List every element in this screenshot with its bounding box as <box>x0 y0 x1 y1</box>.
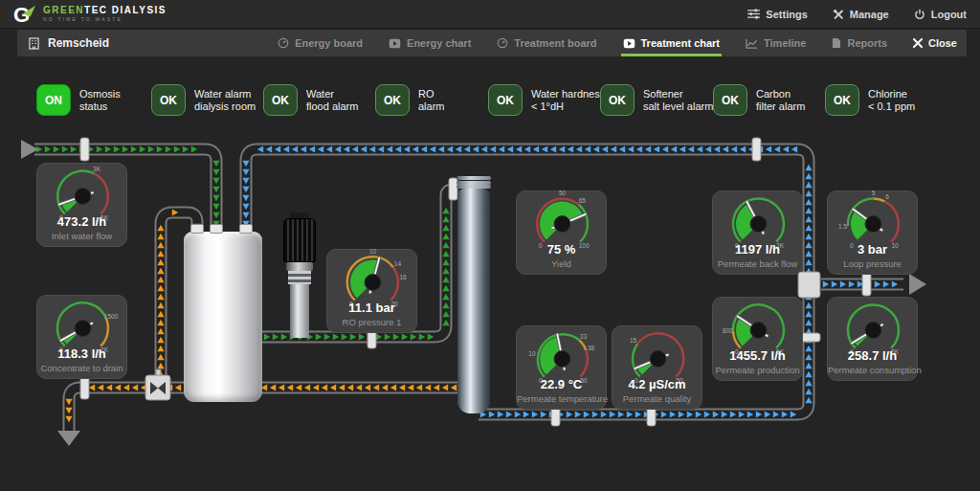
break-tank <box>184 232 262 402</box>
settings-button[interactable]: Settings <box>747 9 807 20</box>
status-badge[interactable]: OK <box>713 84 747 116</box>
gauge-label: Permeate back flow <box>713 258 802 269</box>
tank-port-drain <box>190 224 204 234</box>
status-badge[interactable]: ON <box>36 84 71 116</box>
tank-port-return <box>239 224 253 234</box>
svg-text:50: 50 <box>559 190 567 196</box>
building-icon <box>29 37 39 50</box>
status-badge[interactable]: OK <box>488 84 523 116</box>
gauge-value: 4.2 µS/cm <box>612 377 702 391</box>
tab-reports[interactable]: Reports <box>832 30 887 56</box>
location: Remscheid <box>29 36 109 50</box>
tab-energy-chart[interactable]: Energy chart <box>389 30 471 56</box>
svg-text:1.5: 1.5 <box>838 223 847 230</box>
gauge-value: 258.7 l/h <box>828 348 917 363</box>
top-actions: Settings Manage Logout <box>747 9 967 20</box>
gauge-dial: 01.55610 <box>828 193 919 247</box>
gauge-dial: 03K <box>713 193 804 247</box>
tab-treatment-chart[interactable]: Treatment chart <box>623 30 721 56</box>
status-badge[interactable]: OK <box>825 84 859 116</box>
status-chlorine: OK Chlorine< 0.1 ppm <box>825 84 915 116</box>
gauge-dial: 08005K <box>713 300 804 353</box>
play-chart-icon <box>389 38 401 49</box>
svg-text:10: 10 <box>369 248 377 255</box>
status-water-alarm-dialysis: OK Water alarmdialysis room <box>151 84 256 116</box>
status-osmosis: ON Osmosisstatus <box>36 84 121 116</box>
svg-text:5: 5 <box>872 190 876 196</box>
gauge-label: Yield <box>517 258 606 269</box>
gauge-label: RO pressure 1 <box>327 317 416 327</box>
gauge-label: Inlet water flow <box>37 231 126 241</box>
svg-text:10: 10 <box>528 350 536 357</box>
status-ro-alarm: OK ROalarm <box>375 84 445 116</box>
pump-coupling <box>288 271 311 284</box>
brand-logo: G GREENTEC DIALYSIS NO TIME TO WASTE <box>13 3 167 26</box>
brand-name: GREENTEC DIALYSIS <box>43 6 167 15</box>
gauge-permeate-quality: 01550 4.2 µS/cm Permeate quality <box>612 325 702 410</box>
status-softener-salt: OK Softenersalt level alarm <box>600 84 713 116</box>
gauge-permeate-back-flow: 03K 1197 l/h Permeate back flow <box>712 190 803 275</box>
sub-bar: Remscheid Energy board Energy chart Trea… <box>17 30 967 56</box>
gauge-value: 118.3 l/h <box>37 346 126 361</box>
svg-text:6: 6 <box>885 193 889 200</box>
gauge-value: 1197 l/h <box>713 242 802 257</box>
status-water-hardness: OK Water hardness< 1°dH <box>488 84 605 116</box>
tab-timeline[interactable]: Timeline <box>746 30 806 56</box>
gauge-permeate-production: 08005K 1455.7 l/h Permeate production <box>712 297 803 381</box>
svg-text:3K: 3K <box>93 166 101 172</box>
logout-button[interactable]: Logout <box>914 9 967 20</box>
gauge-dial: 03K5K <box>37 166 128 219</box>
svg-text:1500: 1500 <box>104 313 119 320</box>
gauge-concentrate-to-drain: 015002K 118.3 l/h Concentrate to drain <box>36 295 127 379</box>
gauge-dial: 05K <box>828 300 919 353</box>
gauge-inlet-water-flow: 03K5K 473.2 l/h Inlet water flow <box>36 163 127 247</box>
status-badge[interactable]: OK <box>600 84 635 116</box>
ro-membrane-vessel <box>457 189 490 413</box>
gauge-value: 22.9 °C <box>517 377 606 391</box>
status-carbon-filter: OK Carbonfilter alarm <box>713 84 805 116</box>
logo-g-icon: G <box>13 3 36 26</box>
pump-flange <box>286 262 313 271</box>
tank-port-inlet <box>210 224 223 234</box>
tab-bar: Energy board Energy chart Treatment boar… <box>278 30 957 56</box>
tab-energy-board[interactable]: Energy board <box>278 30 363 56</box>
close-icon <box>913 38 923 48</box>
gauge-dial: 05065100 <box>517 193 608 247</box>
gauge-value: 1455.7 l/h <box>713 348 802 363</box>
gauge-value: 473.2 l/h <box>37 214 126 229</box>
ro-vessel-ring <box>457 176 491 180</box>
gauge-value: 3 bar <box>828 242 917 257</box>
status-water-flood: OK Waterflood alarm <box>263 84 358 116</box>
gauge-icon <box>497 37 508 49</box>
svg-text:800: 800 <box>723 327 733 334</box>
power-icon <box>914 9 925 20</box>
pump-motor <box>283 218 316 262</box>
tab-close[interactable]: Close <box>913 30 957 56</box>
ro-vessel-ring <box>457 185 491 189</box>
status-badge[interactable]: OK <box>151 84 186 116</box>
svg-text:16: 16 <box>399 274 407 280</box>
gauge-label: Permeate production <box>713 365 802 375</box>
manage-button[interactable]: Manage <box>833 9 889 20</box>
gauge-icon <box>278 37 289 49</box>
gauge-ro-pressure: 010141620 11.1 bar RO pressure 1 <box>326 249 417 333</box>
status-badge[interactable]: OK <box>263 84 298 116</box>
gauge-label: Concentrate to drain <box>37 363 126 373</box>
svg-text:15: 15 <box>630 337 637 344</box>
top-bar: G GREENTEC DIALYSIS NO TIME TO WASTE Set… <box>0 0 980 29</box>
tab-treatment-board[interactable]: Treatment board <box>497 30 596 56</box>
status-badge[interactable]: OK <box>375 84 410 116</box>
gauge-dial: 010141620 <box>327 252 418 305</box>
gauge-dial: 015002K <box>37 298 128 351</box>
sliders-icon <box>747 9 760 19</box>
svg-text:33: 33 <box>580 333 588 340</box>
brand-tagline: NO TIME TO WASTE <box>43 17 167 22</box>
gauge-value: 75 % <box>517 242 606 257</box>
gauge-permeate-temperature: 010333850 22.9 °C Permeate temperature <box>516 325 607 410</box>
gauge-permeate-consumption: 05K 258.7 l/h Permeate consumption <box>827 297 918 381</box>
gauge-label: Permeate temperature <box>517 393 606 404</box>
svg-text:65: 65 <box>579 197 587 204</box>
gauge-yield: 05065100 75 % Yield <box>516 190 607 275</box>
svg-text:38: 38 <box>588 345 595 351</box>
timeline-chart-icon <box>746 38 758 49</box>
